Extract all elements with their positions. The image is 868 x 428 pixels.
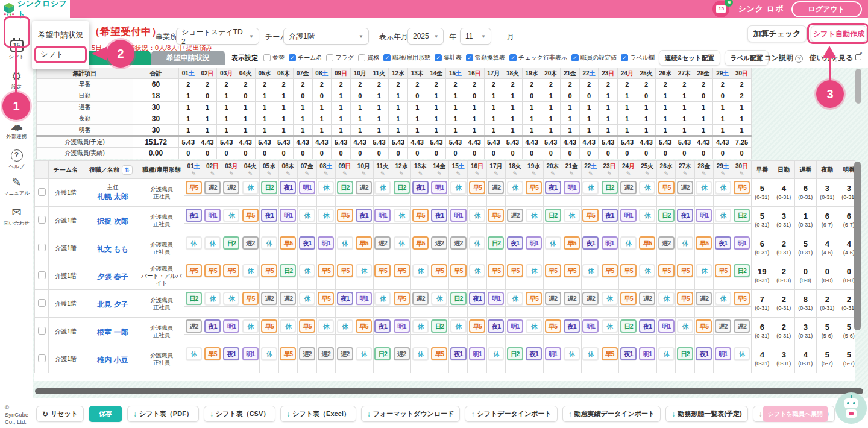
shift-cell[interactable]: 休 — [335, 318, 354, 335]
shift-cell[interactable]: 日2 — [506, 345, 524, 362]
shift-chip-休[interactable]: 休 — [639, 209, 655, 222]
shift-cell[interactable]: 夜1 — [354, 207, 373, 224]
actual-shift-cell[interactable] — [354, 307, 373, 318]
edit-day-icon[interactable]: ✎ — [562, 170, 580, 177]
actual-shift-cell[interactable] — [184, 307, 203, 318]
edit-day-icon[interactable]: ✎ — [317, 170, 335, 177]
actual-shift-cell[interactable] — [203, 335, 222, 345]
shift-chip-早5[interactable]: 早5 — [204, 264, 221, 277]
shift-chip-早5[interactable]: 早5 — [620, 292, 637, 305]
actual-shift-cell[interactable] — [316, 279, 335, 290]
edit-day-icon[interactable]: ✎ — [449, 170, 467, 177]
actual-shift-cell[interactable] — [562, 335, 581, 345]
actual-shift-cell[interactable] — [411, 251, 430, 262]
shift-chip-休[interactable]: 休 — [715, 181, 731, 194]
actual-shift-cell[interactable] — [543, 196, 562, 207]
actual-shift-cell[interactable] — [676, 362, 694, 373]
shift-cell[interactable]: 早5 — [241, 207, 260, 224]
shift-cell[interactable]: 遅2 — [335, 345, 354, 362]
shift-cell[interactable]: 休 — [241, 262, 260, 279]
actual-shift-cell[interactable] — [656, 307, 675, 318]
shift-chip-明1[interactable]: 明1 — [639, 347, 655, 360]
shift-cell[interactable]: 明1 — [354, 290, 373, 307]
shift-cell[interactable]: 休 — [316, 207, 335, 224]
shift-chip-早5[interactable]: 早5 — [488, 264, 504, 277]
shift-chip-遅2[interactable]: 遅2 — [734, 319, 750, 333]
actual-shift-cell[interactable] — [694, 279, 713, 290]
actual-shift-cell[interactable] — [430, 196, 448, 207]
actual-shift-cell[interactable] — [656, 224, 675, 234]
actual-shift-cell[interactable] — [373, 196, 392, 207]
shift-chip-日2[interactable]: 日2 — [450, 292, 467, 305]
shift-cell[interactable]: 遅2 — [676, 179, 694, 196]
shift-cell[interactable]: 遅2 — [638, 290, 656, 307]
actual-shift-cell[interactable] — [335, 196, 354, 207]
kasan-check-button[interactable]: 加算チェック — [747, 25, 807, 42]
shift-chip-休[interactable]: 休 — [582, 181, 599, 194]
actual-shift-cell[interactable] — [222, 362, 241, 373]
shift-cell[interactable]: 早5 — [486, 207, 505, 224]
shift-cell[interactable]: 早5 — [335, 262, 354, 279]
icon-help-link[interactable]: アイコン説明 ? — [749, 53, 803, 63]
actual-shift-cell[interactable] — [335, 307, 354, 318]
menu-item-シフト[interactable]: シフト — [34, 46, 87, 63]
shift-cell[interactable]: 早5 — [543, 262, 562, 279]
shift-chip-休[interactable]: 休 — [620, 236, 637, 250]
footer-button-勤怠実績データインポート[interactable]: ↑勤怠実績データインポート — [562, 406, 661, 422]
shift-chip-早5[interactable]: 早5 — [394, 292, 410, 305]
shift-cell[interactable]: 早5 — [392, 290, 410, 307]
shift-cell[interactable]: 明1 — [506, 318, 524, 335]
edit-day-icon[interactable]: ✎ — [487, 170, 505, 177]
actual-shift-cell[interactable] — [506, 251, 524, 262]
display-option-チェック行非表示[interactable]: ✓チェック行非表示 — [509, 54, 567, 62]
shift-chip-早5[interactable]: 早5 — [299, 319, 315, 333]
shift-cell[interactable]: 休 — [411, 318, 430, 335]
shift-chip-休[interactable]: 休 — [582, 264, 599, 277]
shift-cell[interactable]: 休 — [468, 262, 486, 279]
actual-shift-cell[interactable] — [619, 362, 638, 373]
shift-cell[interactable]: 休 — [411, 345, 430, 362]
edit-day-icon[interactable]: ✎ — [619, 170, 637, 177]
shift-cell[interactable]: 早5 — [581, 207, 600, 224]
actual-shift-cell[interactable] — [676, 279, 694, 290]
edit-day-icon[interactable]: ✎ — [544, 170, 562, 177]
shift-cell[interactable]: 休 — [714, 290, 732, 307]
shift-chip-早5[interactable]: 早5 — [431, 264, 447, 277]
actual-shift-cell[interactable] — [619, 251, 638, 262]
actual-shift-cell[interactable] — [411, 196, 430, 207]
checkbox-checked-icon[interactable]: ✓ — [571, 54, 579, 61]
shift-cell[interactable]: 早5 — [524, 290, 543, 307]
edit-day-icon[interactable]: ✎ — [354, 170, 373, 177]
actual-shift-cell[interactable] — [656, 279, 675, 290]
shift-chip-休[interactable]: 休 — [186, 236, 202, 250]
actual-shift-cell[interactable] — [241, 362, 260, 373]
shift-cell[interactable]: 休 — [619, 234, 638, 251]
edit-day-icon[interactable]: ✎ — [657, 170, 675, 177]
shift-chip-遅2[interactable]: 遅2 — [280, 292, 296, 305]
shift-cell[interactable]: 休 — [298, 207, 316, 224]
actual-shift-cell[interactable] — [543, 224, 562, 234]
shift-chip-休[interactable]: 休 — [639, 264, 655, 277]
shift-chip-休[interactable]: 休 — [242, 264, 259, 277]
shift-chip-夜1[interactable]: 夜1 — [431, 209, 447, 222]
shift-cell[interactable]: 早5 — [316, 290, 335, 307]
shift-chip-早5[interactable]: 早5 — [696, 319, 712, 333]
shift-chip-休[interactable]: 休 — [299, 292, 315, 305]
shift-chip-遅2[interactable]: 遅2 — [507, 209, 523, 222]
shift-cell[interactable]: 休 — [486, 345, 505, 362]
shift-chip-夜1[interactable]: 夜1 — [696, 347, 712, 360]
shift-cell[interactable]: 遅2 — [619, 179, 638, 196]
actual-shift-cell[interactable] — [468, 362, 486, 373]
actual-shift-cell[interactable] — [298, 279, 316, 290]
shift-cell[interactable]: 休 — [335, 234, 354, 251]
robot-mascot[interactable] — [835, 392, 867, 424]
shift-cell[interactable]: 遅2 — [373, 234, 392, 251]
shift-cell[interactable]: 日2 — [335, 179, 354, 196]
shift-chip-遅2[interactable]: 遅2 — [299, 347, 315, 360]
shift-chip-休[interactable]: 休 — [715, 292, 731, 305]
actual-shift-cell[interactable] — [619, 224, 638, 234]
shift-cell[interactable]: 早5 — [430, 262, 448, 279]
shift-cell[interactable]: 休 — [714, 179, 732, 196]
checkbox-icon[interactable] — [358, 54, 365, 61]
actual-shift-cell[interactable] — [316, 251, 335, 262]
